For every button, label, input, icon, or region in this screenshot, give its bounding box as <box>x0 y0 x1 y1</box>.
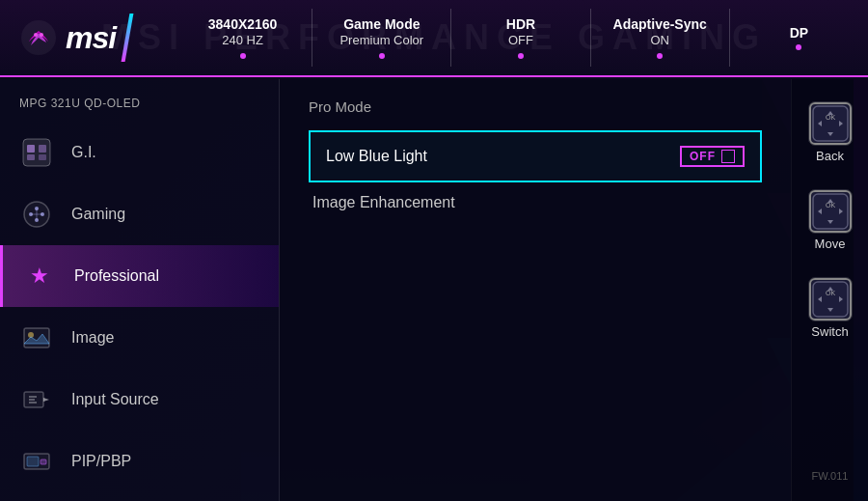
svg-rect-6 <box>27 154 35 160</box>
back-button-graphic: OK <box>812 105 849 142</box>
sidebar: MPG 321U QD-OLED G.I. <box>0 79 280 501</box>
input-source-icon <box>19 382 54 417</box>
svg-rect-23 <box>41 459 46 464</box>
gi-icon <box>19 135 54 170</box>
switch-label: Switch <box>811 324 848 339</box>
svg-rect-33 <box>813 194 848 229</box>
back-ok-button[interactable]: OK <box>809 102 852 145</box>
stat-dot-5 <box>796 44 801 50</box>
stat-dp-value: DP <box>790 25 808 41</box>
svg-rect-7 <box>39 154 46 160</box>
low-blue-light-toggle[interactable]: OFF <box>680 146 745 167</box>
svg-point-2 <box>40 33 43 37</box>
move-ok-button[interactable]: OK <box>809 190 852 233</box>
professional-icon: ★ <box>22 259 57 293</box>
svg-rect-5 <box>39 145 46 153</box>
sidebar-item-pip-pbp[interactable]: PIP/PBP <box>0 431 279 492</box>
sidebar-item-image[interactable]: Image <box>0 307 279 369</box>
sidebar-item-gaming-label: Gaming <box>71 206 125 223</box>
move-label: Move <box>815 237 846 251</box>
sidebar-item-input-source[interactable]: Input Source <box>0 369 279 431</box>
pro-mode-label: Pro Mode <box>309 98 762 115</box>
banner-bg-text: MSI PERFORMANCE GAMING <box>101 17 767 58</box>
sidebar-item-professional[interactable]: ★ Professional <box>0 245 279 307</box>
svg-rect-35 <box>813 282 848 317</box>
sidebar-item-navi-key[interactable]: Navi Key <box>0 492 279 501</box>
device-label: MPG 321U QD-OLED <box>0 89 279 122</box>
image-enhancement-option[interactable]: Image Enhancement <box>309 194 762 211</box>
msi-dragon-icon <box>19 18 58 57</box>
svg-rect-4 <box>27 145 35 153</box>
switch-button[interactable]: OK Switch <box>801 264 859 352</box>
svg-text:OK: OK <box>825 202 834 209</box>
svg-rect-31 <box>813 106 848 141</box>
image-enhancement-label: Image Enhancement <box>309 181 459 224</box>
switch-button-graphic: OK <box>812 281 849 318</box>
sidebar-item-gi[interactable]: G.I. <box>0 122 279 183</box>
sidebar-item-input-source-label: Input Source <box>71 391 159 408</box>
svg-rect-22 <box>27 457 39 466</box>
toggle-off-text: OFF <box>690 150 716 163</box>
back-label: Back <box>816 149 844 163</box>
svg-rect-3 <box>23 139 50 166</box>
image-icon <box>19 320 54 355</box>
right-controls: OK Back OK Move <box>791 79 868 501</box>
svg-point-1 <box>34 33 38 37</box>
move-button[interactable]: OK Move <box>801 177 859 264</box>
firmware-version: FW.011 <box>812 466 849 491</box>
pip-pbp-icon <box>19 444 54 479</box>
svg-text:OK: OK <box>825 114 834 121</box>
back-button[interactable]: OK Back <box>801 89 859 177</box>
main-content: MPG 321U QD-OLED G.I. <box>0 79 868 501</box>
low-blue-light-label: Low Blue Light <box>326 148 427 165</box>
sidebar-item-professional-label: Professional <box>74 267 159 285</box>
gaming-icon <box>19 197 54 232</box>
sidebar-item-image-label: Image <box>71 329 114 347</box>
sidebar-item-gi-label: G.I. <box>71 144 96 161</box>
right-panel: Pro Mode Low Blue Light OFF Image Enhanc… <box>280 79 791 501</box>
switch-ok-button[interactable]: OK <box>809 278 852 320</box>
sidebar-item-pip-pbp-label: PIP/PBP <box>71 453 131 470</box>
low-blue-light-option[interactable]: Low Blue Light OFF <box>309 130 762 182</box>
top-banner: MSI PERFORMANCE GAMING msi 3840X2160 240… <box>0 0 868 77</box>
sidebar-item-gaming[interactable]: Gaming <box>0 183 279 245</box>
star-icon: ★ <box>30 264 49 289</box>
move-button-graphic: OK <box>812 193 849 230</box>
svg-text:OK: OK <box>825 290 834 296</box>
toggle-rect-indicator <box>721 150 735 163</box>
